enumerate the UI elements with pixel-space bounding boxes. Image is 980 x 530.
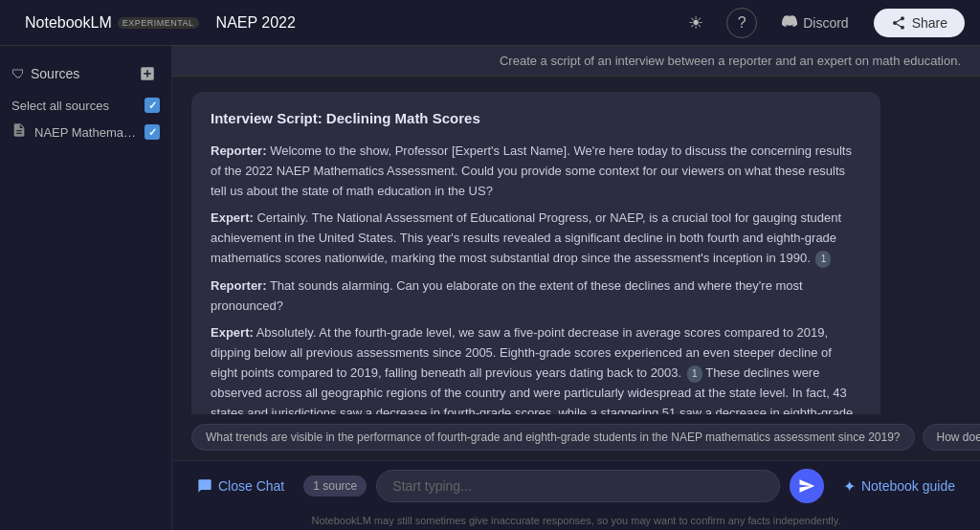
expert-label-1: Expert: [211, 210, 254, 225]
reporter-text-2: That sounds alarming. Can you elaborate … [211, 278, 803, 313]
header-right: ☀ ? Discord Share [680, 8, 965, 38]
reporter-label-2: Reporter: [211, 278, 267, 293]
suggested-q-label-1: What trends are visible in the performan… [206, 431, 901, 444]
paragraph-4: Expert: Absolutely. At the fourth-grade … [211, 323, 861, 414]
suggested-q-label-2: How does the perf... [937, 431, 980, 444]
share-button[interactable]: Share [874, 9, 965, 37]
prompt-suggestion: Create a script of an interview between … [172, 46, 980, 77]
expert-label-2: Expert: [211, 325, 254, 340]
discord-button[interactable]: Discord [772, 8, 858, 38]
brand-logo: NotebookLM Experimental [25, 14, 199, 32]
source-item-naep[interactable]: NAEP Mathematics: M... [0, 117, 171, 147]
chat-area: Create a script of an interview between … [172, 46, 980, 530]
chat-messages: Interview Script: Declining Math Scores … [172, 77, 980, 414]
sidebar: 🛡 Sources Select all sources NAEP Mathem… [0, 46, 172, 530]
sources-left: 🛡 Sources [11, 66, 79, 81]
brand-name: NotebookLM [25, 14, 112, 32]
suggested-questions: What trends are visible in the performan… [172, 414, 980, 460]
expert-text-1: Certainly. The National Assessment of Ed… [211, 210, 841, 265]
suggested-question-2[interactable]: How does the perf... [923, 424, 980, 451]
reporter-label-1: Reporter: [211, 144, 267, 158]
select-all-label: Select all sources [11, 99, 109, 113]
source-count-badge: 1 source [303, 475, 367, 497]
paragraph-1: Reporter: Welcome to the show, Professor… [211, 142, 861, 201]
brand-badge: Experimental [118, 17, 199, 29]
source-checkbox[interactable] [145, 124, 160, 140]
help-button[interactable]: ? [726, 8, 757, 38]
sources-label: Sources [31, 66, 79, 81]
discord-label: Discord [803, 15, 848, 31]
add-source-button[interactable] [135, 61, 160, 86]
send-button[interactable] [790, 469, 824, 503]
chat-input[interactable] [376, 470, 780, 502]
shield-icon: 🛡 [11, 66, 25, 81]
header-left: NotebookLM Experimental NAEP 2022 [15, 14, 296, 32]
select-all-row: Select all sources [0, 94, 171, 117]
reporter-text-1: Welcome to the show, Professor [Expert's… [211, 144, 852, 198]
app-header: NotebookLM Experimental NAEP 2022 ☀ ? Di… [0, 0, 980, 46]
document-icon [11, 122, 27, 142]
share-label: Share [912, 15, 947, 31]
source-name: NAEP Mathematics: M... [34, 125, 137, 140]
paragraph-3: Reporter: That sounds alarming. Can you … [211, 276, 861, 317]
notebook-guide-button[interactable]: ✦ Notebook guide [834, 472, 965, 501]
page-title: NAEP 2022 [216, 14, 296, 32]
prompt-suggestion-text: Create a script of an interview between … [500, 54, 961, 68]
close-chat-label: Close Chat [218, 478, 284, 494]
notebook-guide-label: Notebook guide [861, 478, 955, 494]
close-chat-button[interactable]: Close Chat [188, 473, 294, 499]
citation-1a[interactable]: 1 [815, 251, 831, 268]
interview-title: Interview Script: Declining Math Scores [211, 107, 861, 130]
discord-icon [782, 13, 797, 33]
bottom-bar: Close Chat 1 source ✦ Notebook guide [172, 460, 980, 511]
footer-note: NotebookLM may still sometimes give inac… [172, 511, 980, 530]
suggested-question-1[interactable]: What trends are visible in the performan… [191, 424, 915, 451]
citation-2a[interactable]: 1 [687, 365, 702, 383]
sparkle-icon: ✦ [843, 477, 856, 496]
select-all-checkbox[interactable] [145, 98, 160, 113]
main-layout: 🛡 Sources Select all sources NAEP Mathem… [0, 46, 980, 530]
paragraph-2: Expert: Certainly. The National Assessme… [211, 209, 861, 268]
sources-header: 🛡 Sources [0, 54, 171, 94]
interview-card: Interview Script: Declining Math Scores … [191, 92, 880, 414]
brightness-button[interactable]: ☀ [680, 8, 711, 38]
interview-body: Reporter: Welcome to the show, Professor… [211, 142, 861, 414]
footer-note-text: NotebookLM may still sometimes give inac… [311, 515, 840, 526]
